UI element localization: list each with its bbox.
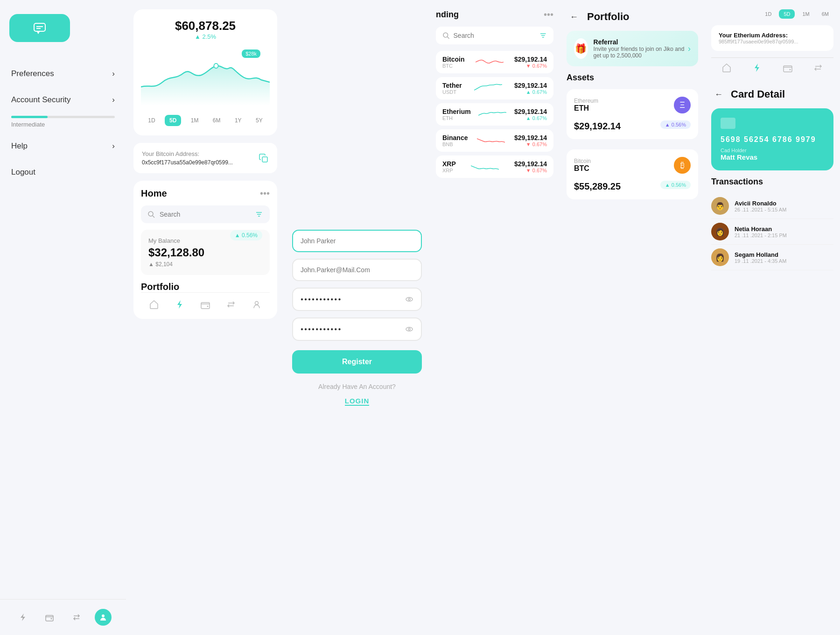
panel6-wallet-icon[interactable]	[783, 63, 793, 73]
card-visual: 5698 56254 6786 9979 Cad Holder Matt Rev…	[711, 108, 833, 170]
security-progress-fill	[11, 116, 48, 118]
time-6m[interactable]: 6M	[208, 115, 225, 126]
menu-list: Preferences › Account Security › Interme…	[0, 51, 126, 195]
list-item[interactable]: Etherium ETH $29,192.14 ▲ 0.67%	[436, 103, 553, 126]
swap-nav-icon[interactable]	[68, 609, 85, 626]
preferences-item[interactable]: Preferences ›	[0, 61, 126, 87]
home-nav-swap[interactable]	[226, 299, 236, 310]
home-search-input[interactable]	[160, 211, 250, 218]
referral-banner[interactable]: 🎁 Referral Invite your friends to join o…	[567, 31, 698, 66]
list-item[interactable]: 👨 Avicii Ronaldo 26 .11 .2021 - 5:15 AM	[711, 193, 833, 219]
time-1d[interactable]: 1D	[143, 115, 160, 126]
account-security-item[interactable]: Account Security ›	[0, 87, 126, 113]
wallet-nav-icon[interactable]	[41, 609, 58, 626]
home-card: Home ••• My Balance $32,128.80 ▲ $2,104 …	[133, 181, 277, 319]
svg-rect-8	[262, 157, 267, 162]
panel6-home-icon[interactable]	[721, 63, 732, 73]
card-back-button[interactable]: ←	[711, 87, 726, 102]
list-item[interactable]: Binance BNB $29,192.14 ▼ 0.67%	[436, 129, 553, 152]
crypto-price: $29,192.14	[514, 108, 547, 115]
register-button[interactable]: Register	[292, 350, 422, 374]
copy-icon[interactable]	[259, 153, 269, 163]
svg-marker-14	[177, 300, 182, 309]
list-item[interactable]: 👩 Netia Horaan 21 .11 .2021 - 2:15 PM	[711, 219, 833, 245]
user-nav-icon[interactable]	[95, 609, 112, 626]
password-dots: ●●●●●●●●●●●	[301, 296, 342, 302]
list-item[interactable]: XRP XRP $29,192.14 ▼ 0.67%	[436, 155, 553, 178]
trending-panel: nding ••• Bitcoin BTC $29,192.14 ▼ 0.67%…	[429, 0, 560, 635]
more-options-button[interactable]: •••	[260, 188, 270, 199]
referral-text: Referral Invite your friends to join on …	[594, 38, 688, 59]
home-search-bar	[141, 205, 270, 223]
trending-header: nding •••	[436, 9, 553, 20]
bitcoin-address-card: Your Bitcoin Address: 0x5cc9f177usa55a0e…	[133, 143, 277, 173]
preferences-label: Preferences	[11, 69, 54, 78]
filter-icon2[interactable]	[539, 31, 547, 40]
referral-arrow[interactable]: ›	[688, 44, 691, 54]
card-time-5d[interactable]: 5D	[779, 9, 795, 19]
card-time-6m[interactable]: 6M	[817, 9, 833, 19]
panel6-swap-icon[interactable]	[813, 63, 823, 73]
chevron-right-icon3: ›	[112, 141, 115, 151]
list-item[interactable]: Bitcoin BTC $29,192.14 ▼ 0.67%	[436, 51, 553, 73]
asset-price-eth: $29,192.14	[574, 121, 621, 132]
tx-avatar-segam: 👩	[711, 248, 729, 266]
security-progress-section: Intermediate	[0, 116, 126, 133]
tx-avatar-netia: 👩	[711, 223, 729, 240]
crypto-info: Bitcoin BTC	[442, 56, 464, 69]
help-item[interactable]: Help ›	[0, 133, 126, 159]
name-field[interactable]	[292, 230, 422, 252]
card-time-1d[interactable]: 1D	[760, 9, 776, 19]
sidebar-bottom-nav	[0, 599, 126, 635]
panel6-flash-icon[interactable]	[752, 63, 762, 73]
logout-item[interactable]: Logout	[0, 159, 126, 185]
back-button[interactable]: ←	[567, 9, 581, 24]
trending-more-button[interactable]: •••	[544, 9, 553, 20]
crypto-price: $29,192.14	[514, 134, 547, 141]
eye-icon[interactable]	[405, 295, 413, 303]
search-icon2	[442, 32, 450, 39]
eye-icon2[interactable]	[405, 325, 413, 333]
crypto-change: ▼ 0.67%	[514, 141, 547, 147]
time-5y[interactable]: 5Y	[251, 115, 267, 126]
card-detail-panel: 1D 5D 1M 6M Your Etherium Address: 985ff…	[705, 0, 840, 635]
home-nav-bar	[141, 292, 270, 311]
home-nav-home[interactable]	[149, 299, 159, 310]
crypto-sym: ETH	[442, 115, 471, 121]
time-5d[interactable]: 5D	[165, 115, 181, 126]
filter-icon[interactable]	[255, 210, 263, 219]
trending-search-input[interactable]	[454, 32, 535, 39]
eth-icon: Ξ	[674, 97, 691, 113]
chat-button[interactable]	[9, 14, 70, 42]
time-1m[interactable]: 1M	[186, 115, 203, 126]
svg-point-17	[255, 302, 259, 305]
bitcoin-address-value: 0x5cc9f177usa55a0e99e87qr0599...	[142, 159, 233, 166]
list-item[interactable]: 👩 Segam Holland 19 .11 .2021 - 4:35 AM	[711, 245, 833, 270]
chart-home-panel: $60,878.25 ▲ 2.5% $28k 1D 5D 1M 6M 1Y	[126, 0, 285, 635]
card-time-1m[interactable]: 1M	[798, 9, 814, 19]
email-input[interactable]	[301, 266, 413, 274]
asset-top-eth: Ethereum ETH Ξ	[574, 97, 691, 113]
balance-badge: ▲ 0.56%	[230, 230, 262, 240]
email-field[interactable]	[292, 259, 422, 281]
list-item[interactable]: Tether USDT $29,192.14 ▲ 0.67%	[436, 77, 553, 99]
balance-change: ▲ $2,104	[148, 261, 204, 268]
home-nav-flash[interactable]	[175, 299, 185, 310]
btc-change-badge: ▲ 0.56%	[660, 181, 691, 189]
card-detail-header: ← Card Detail	[711, 87, 833, 102]
eth-asset-card: Ethereum ETH Ξ $29,192.14 ▲ 0.56%	[567, 89, 698, 139]
svg-rect-0	[34, 23, 45, 31]
asset-price-btc: $55,289.25	[574, 181, 621, 192]
time-1y[interactable]: 1Y	[230, 115, 246, 126]
home-nav-wallet[interactable]	[200, 299, 210, 310]
crypto-change: ▼ 0.67%	[514, 168, 547, 173]
home-nav-user[interactable]	[252, 299, 262, 310]
sidebar-top	[0, 0, 126, 51]
card-holder-label: Cad Holder	[721, 148, 824, 153]
tx-name: Segam Holland	[735, 251, 786, 258]
login-link[interactable]: LOGIN	[345, 397, 370, 406]
flash-nav-icon[interactable]	[14, 609, 31, 626]
svg-point-18	[406, 297, 413, 301]
eth-change-badge: ▲ 0.56%	[660, 120, 691, 129]
name-input[interactable]	[301, 237, 413, 245]
